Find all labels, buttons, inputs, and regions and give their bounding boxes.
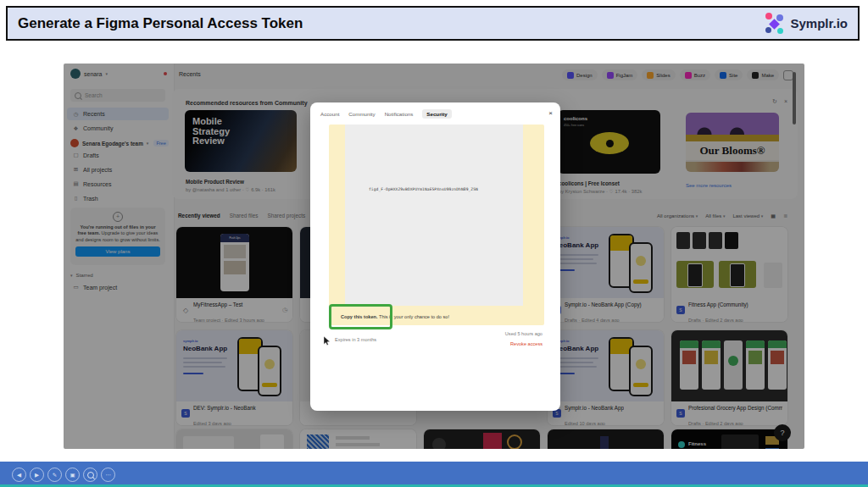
tab-security[interactable]: Security xyxy=(422,109,451,119)
settings-modal: Account Community Notifications Security… xyxy=(310,102,560,411)
brand-logo: Symplr.io xyxy=(763,13,848,35)
more-options-button[interactable]: ⋯ xyxy=(101,468,115,482)
close-icon[interactable]: × xyxy=(548,109,553,117)
brand-name: Symplr.io xyxy=(790,16,848,30)
presentation-toolbar: ◀ ▶ ✎ ▣ ⋯ xyxy=(0,462,868,487)
symplr-logo-icon xyxy=(763,13,785,35)
mouse-cursor-icon xyxy=(324,336,331,346)
tab-account[interactable]: Account xyxy=(320,111,339,117)
pen-tool-button[interactable]: ✎ xyxy=(47,468,62,482)
slide-overview-button[interactable]: ▣ xyxy=(65,468,80,482)
slide: Generate a Figma Personal Access Token S… xyxy=(0,0,868,487)
token-highlight-area: figd_F-OpHXXZ9vBOXPUYm1NaE5PXnsU99znDhN8… xyxy=(329,125,544,325)
settings-tabs: Account Community Notifications Security xyxy=(320,109,452,119)
revoke-access-link[interactable]: Revoke access xyxy=(510,341,542,346)
tab-community[interactable]: Community xyxy=(348,111,375,117)
access-token-value[interactable]: figd_F-OpHXXZ9vBOXPUYm1NaE5PXnsU99znDhN8… xyxy=(369,187,478,191)
zoom-button[interactable] xyxy=(83,468,97,482)
highlight-box xyxy=(329,304,392,329)
page-title: Generate a Figma Personal Access Token xyxy=(18,15,303,32)
prev-slide-button[interactable]: ◀ xyxy=(12,468,26,482)
figma-screenshot: senara ▾ Search ◷ Recents ❖ Community Se… xyxy=(64,64,804,449)
next-slide-button[interactable]: ▶ xyxy=(30,468,44,482)
magnifier-icon xyxy=(87,472,94,479)
token-last-used: Used 5 hours ago xyxy=(505,331,542,336)
token-expiry: Expires in 3 months xyxy=(335,337,376,342)
token-screenshot-area: figd_F-OpHXXZ9vBOXPUYm1NaE5PXnsU99znDhN8… xyxy=(345,125,523,306)
slide-header: Generate a Figma Personal Access Token S… xyxy=(6,6,860,41)
tab-notifications[interactable]: Notifications xyxy=(385,111,414,117)
